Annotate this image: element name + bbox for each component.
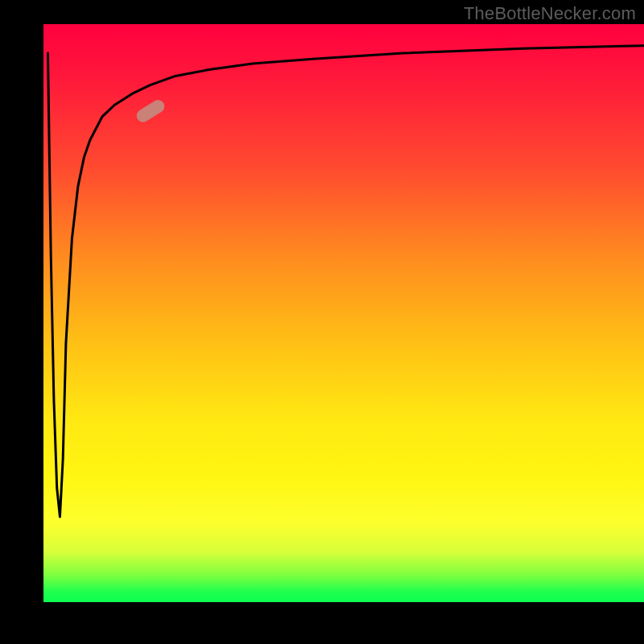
attribution-label: TheBottleNecker.com — [464, 3, 636, 24]
bottleneck-curve — [42, 24, 644, 604]
chart-canvas: TheBottleNecker.com — [0, 0, 644, 644]
